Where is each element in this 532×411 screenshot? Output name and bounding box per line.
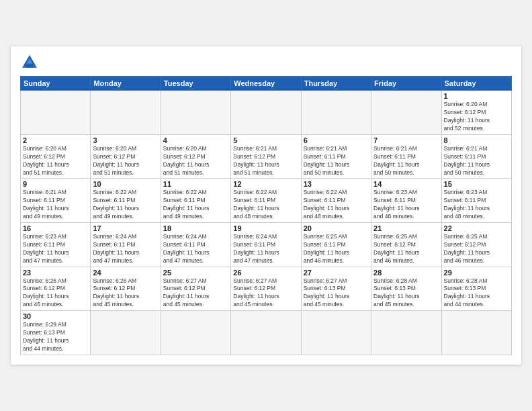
calendar-cell: 4Sunrise: 6:20 AM Sunset: 6:12 PM Daylig…	[161, 134, 230, 179]
calendar-cell: 7Sunrise: 6:21 AM Sunset: 6:11 PM Daylig…	[371, 134, 441, 179]
week-row-1: 1Sunrise: 6:20 AM Sunset: 6:12 PM Daylig…	[21, 91, 512, 135]
day-info: Sunrise: 6:21 AM Sunset: 6:11 PM Dayligh…	[444, 145, 509, 177]
day-info: Sunrise: 6:23 AM Sunset: 6:11 PM Dayligh…	[23, 233, 88, 265]
calendar-cell: 30Sunrise: 6:29 AM Sunset: 6:13 PM Dayli…	[21, 311, 91, 355]
weekday-tuesday: Tuesday	[161, 77, 230, 91]
day-info: Sunrise: 6:25 AM Sunset: 6:12 PM Dayligh…	[373, 233, 439, 265]
calendar-cell	[301, 311, 371, 355]
day-info: Sunrise: 6:20 AM Sunset: 6:12 PM Dayligh…	[23, 145, 88, 177]
day-info: Sunrise: 6:27 AM Sunset: 6:12 PM Dayligh…	[163, 277, 228, 310]
calendar-table: SundayMondayTuesdayWednesdayThursdayFrid…	[20, 76, 512, 355]
calendar-cell: 6Sunrise: 6:21 AM Sunset: 6:11 PM Daylig…	[301, 134, 371, 179]
day-number: 14	[373, 180, 439, 188]
day-number: 17	[93, 224, 158, 232]
calendar-cell: 8Sunrise: 6:21 AM Sunset: 6:11 PM Daylig…	[441, 134, 511, 179]
calendar-cell	[91, 91, 161, 135]
day-number: 3	[93, 136, 158, 144]
calendar-cell: 15Sunrise: 6:23 AM Sunset: 6:11 PM Dayli…	[441, 179, 511, 223]
day-info: Sunrise: 6:22 AM Sunset: 6:11 PM Dayligh…	[233, 189, 298, 221]
week-row-5: 23Sunrise: 6:26 AM Sunset: 6:12 PM Dayli…	[21, 267, 512, 311]
day-info: Sunrise: 6:21 AM Sunset: 6:11 PM Dayligh…	[373, 145, 439, 177]
calendar-cell	[441, 311, 511, 355]
weekday-wednesday: Wednesday	[231, 77, 301, 91]
day-info: Sunrise: 6:20 AM Sunset: 6:12 PM Dayligh…	[163, 145, 228, 177]
day-number: 24	[93, 269, 158, 277]
calendar-cell: 14Sunrise: 6:23 AM Sunset: 6:11 PM Dayli…	[371, 179, 441, 223]
week-row-4: 16Sunrise: 6:23 AM Sunset: 6:11 PM Dayli…	[21, 223, 512, 267]
week-row-2: 2Sunrise: 6:20 AM Sunset: 6:12 PM Daylig…	[21, 134, 512, 179]
weekday-saturday: Saturday	[441, 77, 511, 91]
calendar-cell: 13Sunrise: 6:22 AM Sunset: 6:11 PM Dayli…	[301, 179, 371, 223]
weekday-thursday: Thursday	[301, 77, 371, 91]
weekday-header-row: SundayMondayTuesdayWednesdayThursdayFrid…	[21, 77, 512, 91]
day-number: 26	[233, 269, 298, 277]
header	[20, 53, 512, 72]
calendar-cell	[91, 311, 161, 355]
day-info: Sunrise: 6:23 AM Sunset: 6:11 PM Dayligh…	[373, 189, 439, 221]
calendar-cell: 12Sunrise: 6:22 AM Sunset: 6:11 PM Dayli…	[231, 179, 301, 223]
day-number: 12	[233, 180, 298, 188]
day-info: Sunrise: 6:26 AM Sunset: 6:12 PM Dayligh…	[93, 277, 158, 310]
day-number: 27	[304, 269, 369, 277]
calendar-cell: 9Sunrise: 6:21 AM Sunset: 6:11 PM Daylig…	[21, 179, 91, 223]
calendar-cell: 10Sunrise: 6:22 AM Sunset: 6:11 PM Dayli…	[91, 179, 161, 223]
day-number: 25	[163, 269, 228, 277]
day-info: Sunrise: 6:22 AM Sunset: 6:11 PM Dayligh…	[93, 189, 158, 221]
calendar-cell: 18Sunrise: 6:24 AM Sunset: 6:11 PM Dayli…	[161, 223, 230, 267]
day-number: 9	[23, 180, 88, 188]
day-info: Sunrise: 6:22 AM Sunset: 6:11 PM Dayligh…	[163, 189, 228, 221]
day-number: 6	[304, 136, 369, 144]
day-info: Sunrise: 6:28 AM Sunset: 6:13 PM Dayligh…	[373, 277, 439, 310]
day-number: 13	[304, 180, 369, 188]
calendar-cell: 3Sunrise: 6:20 AM Sunset: 6:12 PM Daylig…	[91, 134, 161, 179]
calendar-cell: 20Sunrise: 6:25 AM Sunset: 6:11 PM Dayli…	[301, 223, 371, 267]
weekday-sunday: Sunday	[21, 77, 91, 91]
calendar-cell	[161, 311, 230, 355]
logo	[20, 53, 42, 72]
day-number: 11	[163, 180, 228, 188]
calendar-cell	[301, 91, 371, 135]
day-number: 19	[233, 224, 298, 232]
day-number: 7	[373, 136, 439, 144]
calendar-cell	[21, 91, 91, 135]
day-info: Sunrise: 6:22 AM Sunset: 6:11 PM Dayligh…	[304, 189, 369, 221]
day-info: Sunrise: 6:26 AM Sunset: 6:12 PM Dayligh…	[23, 277, 88, 310]
day-number: 18	[163, 224, 228, 232]
weekday-friday: Friday	[371, 77, 441, 91]
day-number: 29	[444, 269, 509, 277]
day-number: 21	[373, 224, 439, 232]
day-info: Sunrise: 6:24 AM Sunset: 6:11 PM Dayligh…	[163, 233, 228, 265]
calendar-cell: 28Sunrise: 6:28 AM Sunset: 6:13 PM Dayli…	[371, 267, 441, 311]
day-number: 30	[23, 312, 88, 320]
day-number: 22	[444, 224, 509, 232]
day-info: Sunrise: 6:24 AM Sunset: 6:11 PM Dayligh…	[233, 233, 298, 265]
calendar-cell: 24Sunrise: 6:26 AM Sunset: 6:12 PM Dayli…	[91, 267, 161, 311]
calendar-cell: 19Sunrise: 6:24 AM Sunset: 6:11 PM Dayli…	[231, 223, 301, 267]
calendar-cell	[231, 91, 301, 135]
day-info: Sunrise: 6:28 AM Sunset: 6:13 PM Dayligh…	[444, 277, 509, 310]
calendar-cell: 17Sunrise: 6:24 AM Sunset: 6:11 PM Dayli…	[91, 223, 161, 267]
day-info: Sunrise: 6:24 AM Sunset: 6:11 PM Dayligh…	[93, 233, 158, 265]
day-number: 15	[444, 180, 509, 188]
calendar-cell: 2Sunrise: 6:20 AM Sunset: 6:12 PM Daylig…	[21, 134, 91, 179]
day-number: 23	[23, 269, 88, 277]
svg-rect-2	[26, 64, 34, 68]
day-info: Sunrise: 6:23 AM Sunset: 6:11 PM Dayligh…	[444, 189, 509, 221]
day-number: 1	[444, 92, 509, 100]
calendar-cell: 23Sunrise: 6:26 AM Sunset: 6:12 PM Dayli…	[21, 267, 91, 311]
calendar-cell	[371, 91, 441, 135]
day-number: 28	[373, 269, 439, 277]
calendar-cell: 26Sunrise: 6:27 AM Sunset: 6:12 PM Dayli…	[231, 267, 301, 311]
calendar-cell	[371, 311, 441, 355]
calendar-cell: 25Sunrise: 6:27 AM Sunset: 6:12 PM Dayli…	[161, 267, 230, 311]
day-number: 10	[93, 180, 158, 188]
day-info: Sunrise: 6:25 AM Sunset: 6:12 PM Dayligh…	[444, 233, 509, 265]
calendar-cell	[231, 311, 301, 355]
week-row-3: 9Sunrise: 6:21 AM Sunset: 6:11 PM Daylig…	[21, 179, 512, 223]
day-number: 2	[23, 136, 88, 144]
calendar-cell: 21Sunrise: 6:25 AM Sunset: 6:12 PM Dayli…	[371, 223, 441, 267]
calendar-cell: 27Sunrise: 6:27 AM Sunset: 6:13 PM Dayli…	[301, 267, 371, 311]
calendar-cell: 29Sunrise: 6:28 AM Sunset: 6:13 PM Dayli…	[441, 267, 511, 311]
day-number: 16	[23, 224, 88, 232]
day-info: Sunrise: 6:29 AM Sunset: 6:13 PM Dayligh…	[23, 321, 88, 353]
